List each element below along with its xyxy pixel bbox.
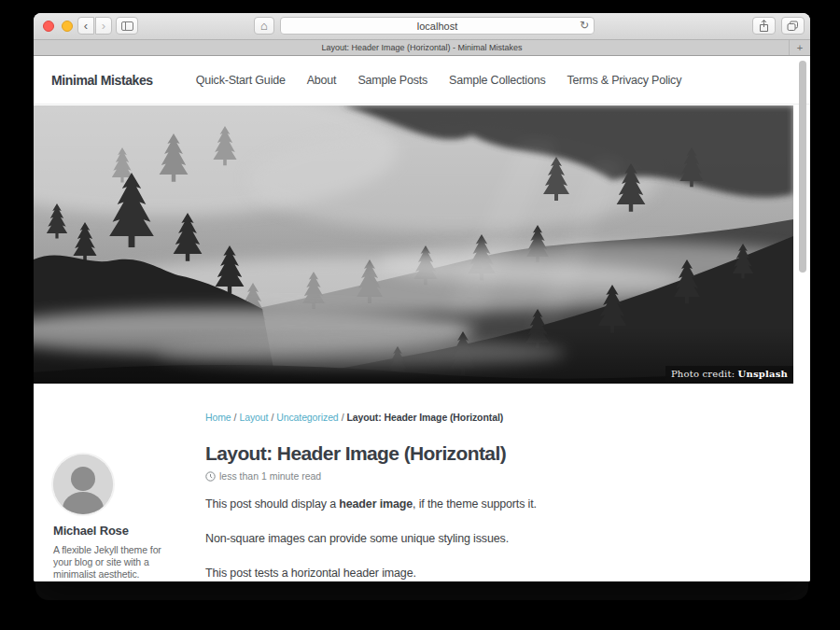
breadcrumb-link-home[interactable]: Home	[205, 412, 231, 423]
nav-item-about[interactable]: About	[307, 74, 337, 87]
site-title[interactable]: Minimal Mistakes	[51, 73, 153, 88]
back-icon: ‹	[84, 19, 88, 33]
breadcrumb-current: Layout: Header Image (Horizontal)	[346, 412, 503, 423]
page-viewport: Minimal Mistakes Quick-Start Guide About…	[34, 56, 810, 581]
nav-item-terms-privacy[interactable]: Terms & Privacy Policy	[567, 74, 682, 87]
browser-titlebar: ‹ › ⌂ localhost ↻	[34, 13, 810, 40]
forward-button[interactable]: ›	[95, 17, 112, 35]
post-body: This post should display a header image,…	[205, 497, 737, 581]
home-button[interactable]: ⌂	[254, 17, 274, 35]
share-button[interactable]	[752, 17, 776, 35]
masthead: Minimal Mistakes Quick-Start Guide About…	[34, 56, 810, 105]
browser-window: ‹ › ⌂ localhost ↻	[34, 13, 810, 581]
photo-credit-link[interactable]: Unsplash	[738, 369, 788, 379]
sidebar-icon	[121, 21, 133, 31]
clock-icon	[205, 471, 216, 482]
read-time: less than 1 minute read	[205, 470, 737, 482]
tab-bar: Layout: Header Image (Horizontal) - Mini…	[34, 40, 810, 56]
scrollbar[interactable]	[799, 61, 806, 273]
paragraph-3: This post tests a horizontal header imag…	[205, 566, 737, 581]
paragraph-1: This post should display a header image,…	[205, 497, 737, 512]
share-icon	[759, 20, 769, 32]
minimize-window-icon[interactable]	[62, 21, 73, 32]
reload-icon[interactable]: ↻	[580, 19, 589, 32]
header-image: Photo credit: Unsplash	[34, 105, 793, 384]
sidebar-toggle-button[interactable]	[116, 17, 138, 35]
breadcrumb: Home/Layout/Uncategorized/Layout: Header…	[205, 412, 737, 423]
address-bar-text: localhost	[417, 21, 457, 32]
page-title: Layout: Header Image (Horizontal)	[205, 442, 737, 464]
address-bar[interactable]: localhost ↻	[280, 17, 595, 35]
author-bio: A flexible Jekyll theme for your blog or…	[53, 544, 182, 581]
nav-item-sample-posts[interactable]: Sample Posts	[357, 74, 427, 87]
header-image-art	[34, 105, 793, 384]
read-time-label: less than 1 minute read	[219, 470, 321, 482]
breadcrumb-link-uncategorized[interactable]: Uncategorized	[276, 412, 338, 423]
active-tab[interactable]: Layout: Header Image (Horizontal) - Mini…	[321, 43, 522, 52]
show-all-tabs-button[interactable]	[781, 17, 805, 35]
paragraph-2: Non-square images can provide some uniqu…	[205, 531, 737, 547]
nav-item-quick-start-guide[interactable]: Quick-Start Guide	[196, 74, 286, 87]
author-sidebar: Michael Rose A flexible Jekyll theme for…	[53, 455, 182, 581]
article: Home/Layout/Uncategorized/Layout: Header…	[205, 384, 737, 581]
photo-credit: Photo credit: Unsplash	[665, 366, 793, 382]
content-area: Michael Rose A flexible Jekyll theme for…	[34, 384, 810, 581]
home-icon: ⌂	[260, 19, 268, 33]
new-tab-button[interactable]: +	[789, 40, 810, 55]
back-button[interactable]: ‹	[77, 17, 94, 35]
tabs-overview-icon	[787, 21, 799, 32]
nav-item-sample-collections[interactable]: Sample Collections	[449, 74, 545, 87]
breadcrumb-link-layout[interactable]: Layout	[239, 412, 268, 423]
close-window-icon[interactable]	[43, 21, 54, 32]
plus-icon: +	[797, 43, 803, 53]
site-nav: Quick-Start Guide About Sample Posts Sam…	[196, 74, 681, 87]
forward-icon: ›	[102, 19, 105, 33]
avatar	[53, 455, 113, 514]
avatar-placeholder-icon	[53, 455, 113, 514]
author-name: Michael Rose	[53, 524, 182, 538]
